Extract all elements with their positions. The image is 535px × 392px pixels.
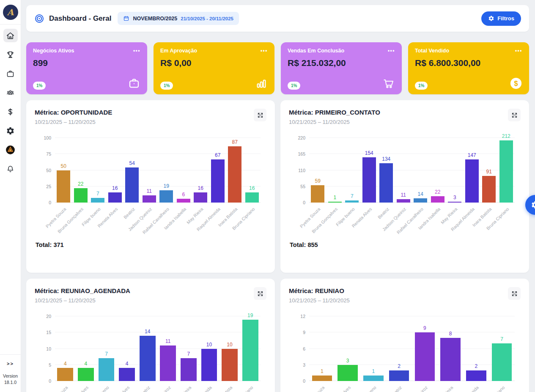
bar[interactable]	[492, 343, 512, 381]
bar[interactable]	[245, 192, 259, 203]
bar-value-label: 14	[418, 191, 423, 197]
bar[interactable]	[465, 159, 479, 203]
x-axis-slot: Inara Batista	[219, 383, 240, 392]
bar[interactable]	[99, 358, 115, 381]
bar[interactable]	[431, 196, 444, 203]
bar[interactable]	[397, 199, 410, 203]
bar[interactable]	[414, 198, 427, 203]
chart-subtitle: 10/21/2025 – 11/20/2025	[289, 119, 380, 125]
bar[interactable]	[201, 349, 217, 381]
bar[interactable]	[312, 376, 332, 381]
expand-icon[interactable]	[254, 109, 266, 121]
sidebar-item-home[interactable]	[3, 29, 18, 42]
bar[interactable]	[466, 370, 486, 381]
divider	[0, 24, 21, 25]
bar-slot: 154	[361, 138, 378, 203]
bar[interactable]	[242, 320, 258, 381]
bar[interactable]	[125, 167, 139, 203]
bar-value-label: 87	[232, 139, 238, 145]
bar[interactable]	[57, 170, 70, 203]
bar-slot: 22	[429, 138, 447, 203]
bar[interactable]	[194, 192, 207, 203]
x-axis-slot: Renata Alves	[117, 383, 137, 392]
chart-total: Total: 371	[36, 241, 266, 248]
bar-slot: 134	[378, 138, 395, 203]
bar[interactable]	[160, 345, 176, 381]
bar[interactable]	[362, 157, 376, 203]
kpi-title: Negócios Ativos	[33, 48, 74, 54]
bar[interactable]	[499, 140, 513, 203]
sidebar-item-finance[interactable]	[3, 105, 18, 118]
kpi-percent-badge: 1%	[33, 82, 46, 90]
bar[interactable]	[222, 349, 238, 381]
bar[interactable]	[448, 202, 461, 203]
bar[interactable]	[363, 376, 383, 381]
kpi-menu-icon[interactable]: •••	[261, 48, 268, 53]
bar-value-label: 22	[78, 181, 83, 187]
chart-total: Total: 855	[290, 241, 521, 248]
bar-value-label: 6	[182, 192, 185, 197]
sidebar-item-briefcase[interactable]	[3, 67, 18, 80]
bar[interactable]	[140, 336, 156, 381]
bar[interactable]	[379, 163, 393, 203]
bar[interactable]	[389, 370, 409, 381]
kpi-card: Negócios Ativos•••8991%	[26, 42, 147, 94]
bar[interactable]	[181, 358, 197, 381]
expand-icon[interactable]	[254, 287, 266, 300]
kpi-menu-icon[interactable]: •••	[388, 48, 395, 53]
sidebar-item-users[interactable]	[3, 86, 18, 99]
bar[interactable]	[74, 188, 88, 203]
bar[interactable]	[177, 199, 190, 203]
bar[interactable]	[440, 338, 460, 381]
chart-title: Métrica: REUNIAO	[289, 287, 350, 294]
bar-slot: 9	[412, 316, 438, 381]
sidebar-expand-button[interactable]: >>	[7, 355, 14, 370]
y-tick-label: 50	[46, 168, 51, 173]
version-label: Version	[3, 373, 18, 380]
bar[interactable]	[143, 195, 156, 203]
bar[interactable]	[337, 365, 357, 381]
bar-value-label: 91	[486, 169, 492, 175]
bar[interactable]	[345, 200, 359, 203]
bar-value-label: 16	[249, 185, 255, 191]
bar[interactable]	[91, 198, 104, 203]
bar-slot: 50	[55, 138, 72, 203]
bar[interactable]	[415, 332, 435, 381]
expand-icon[interactable]	[508, 287, 521, 300]
bar[interactable]	[328, 202, 342, 203]
x-axis-label: Beatriz	[138, 385, 151, 392]
chart-card: Métrica: REUNIAO10/21/2025 – 11/20/20250…	[280, 279, 529, 392]
bar[interactable]	[482, 176, 496, 203]
bar-value-label: 10	[206, 342, 212, 348]
bar[interactable]	[57, 368, 73, 381]
bar[interactable]	[159, 190, 173, 203]
bar-slot: 147	[464, 138, 481, 203]
x-axis-label: May Rieira	[436, 385, 454, 392]
bar[interactable]	[311, 185, 324, 203]
sidebar-item-trophy[interactable]	[3, 48, 18, 61]
bar-slot: 6	[175, 138, 192, 203]
home-icon	[6, 31, 15, 40]
bar[interactable]	[119, 368, 135, 381]
bar-value-label: 3	[346, 358, 349, 364]
x-axis-slot: Bruna Cipriano	[498, 204, 515, 236]
dollar-circle-icon: $	[510, 77, 522, 90]
bar-value-label: 1	[372, 368, 375, 374]
sidebar-nav	[3, 29, 18, 175]
kpi-value: R$ 215.032,00	[288, 58, 395, 68]
sidebar-item-brand[interactable]	[3, 143, 18, 156]
bar[interactable]	[228, 146, 241, 203]
kpi-menu-icon[interactable]: •••	[515, 48, 522, 53]
sidebar-item-settings[interactable]	[3, 124, 18, 137]
bar-slot: 4	[76, 316, 96, 381]
bar-slot: 10	[199, 316, 219, 381]
bar[interactable]	[211, 159, 225, 203]
kpi-menu-icon[interactable]: •••	[133, 48, 140, 53]
filters-button[interactable]: Filtros	[481, 11, 521, 26]
bar[interactable]	[78, 368, 94, 381]
sidebar-item-notifications[interactable]	[3, 162, 18, 175]
kpi-title: Em Aprovação	[160, 48, 197, 54]
period-selector[interactable]: NOVEMBRO/2025 21/10/2025 - 20/11/2025	[118, 12, 239, 25]
expand-icon[interactable]	[508, 109, 521, 121]
bar[interactable]	[108, 192, 122, 203]
